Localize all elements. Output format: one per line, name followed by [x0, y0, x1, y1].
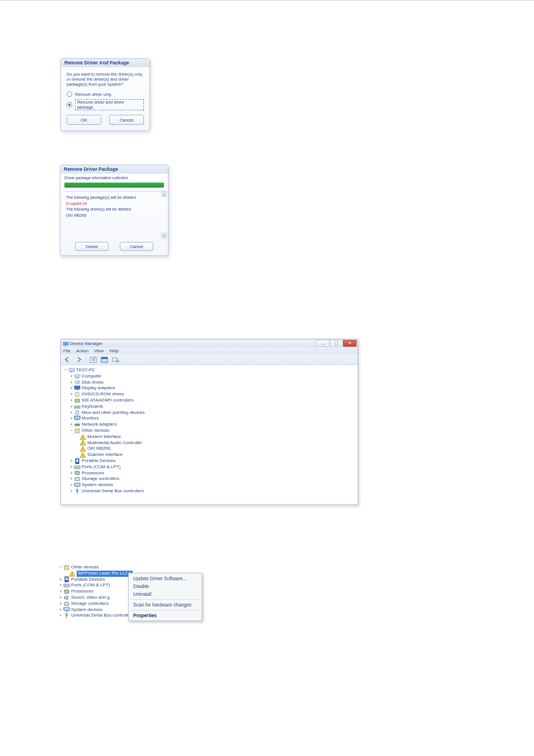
tree-node[interactable]: +Computer	[63, 374, 355, 380]
expand-icon[interactable]: +	[58, 613, 63, 619]
cancel-button[interactable]: Cancel	[120, 242, 153, 251]
dialog-title: Remove Driver Package	[60, 165, 168, 174]
expand-icon[interactable]: +	[69, 458, 74, 464]
tree-node[interactable]: +Processors	[63, 470, 355, 477]
svg-rect-39	[76, 459, 78, 462]
expand-icon[interactable]: +	[69, 404, 74, 410]
scroll-down-icon[interactable]: ▾	[161, 233, 167, 239]
tree-node[interactable]: +System devices	[63, 482, 355, 488]
radio-remove-driver-only[interactable]: Remove driver only.	[67, 91, 144, 97]
collapse-icon[interactable]: −	[69, 428, 74, 434]
delete-button[interactable]: Delete	[75, 242, 109, 251]
tree-node[interactable]: !Scanner Interface	[63, 452, 355, 458]
tree-node[interactable]: +Universal Serial Bus controllers	[63, 488, 355, 494]
tree-node[interactable]: +Storage controllers	[63, 476, 355, 482]
list-line: D:\opk64.inf	[66, 201, 162, 207]
menu-scan-hardware[interactable]: Scan for hardware changes	[129, 601, 202, 609]
tree-node[interactable]: −TEST-PC	[63, 367, 355, 374]
expand-icon[interactable]: +	[69, 385, 74, 391]
svg-rect-52	[64, 566, 69, 570]
progress-bar	[64, 183, 164, 188]
svg-text:!: !	[82, 436, 83, 440]
expand-icon[interactable]: +	[69, 374, 74, 380]
tree-node-label: System devices	[71, 607, 102, 613]
tree-node[interactable]: +IDE ATA/ATAPI controllers	[63, 398, 355, 404]
warn-icon: !	[69, 571, 75, 576]
dialog-message: Do you want to remove the driver(s) only…	[67, 72, 144, 87]
system-icon	[63, 607, 69, 613]
tree-node[interactable]: !Modem Interface	[63, 434, 355, 440]
svg-rect-11	[71, 371, 73, 372]
tree-node[interactable]: !OKI MB260	[63, 446, 355, 452]
tree-node[interactable]: +Mice and other pointing devices	[63, 410, 355, 416]
radio-remove-driver-and-package[interactable]: Remove driver and driver package.	[67, 99, 144, 110]
svg-rect-56	[65, 577, 68, 580]
menu-properties[interactable]: Properties	[129, 612, 202, 619]
tree-node[interactable]: −Other devices	[63, 428, 355, 434]
properties-button[interactable]	[100, 356, 109, 363]
menu-uninstall[interactable]: Uninstall	[129, 590, 202, 598]
port-icon	[63, 583, 69, 589]
svg-point-15	[78, 382, 79, 383]
tree-node[interactable]: +Ports (COM & LPT)	[63, 464, 355, 470]
expand-icon[interactable]: +	[69, 398, 74, 404]
expand-icon[interactable]: +	[69, 391, 74, 398]
menu-help[interactable]: Help	[109, 348, 118, 353]
svg-rect-20	[75, 399, 79, 402]
collapse-icon[interactable]: −	[58, 564, 63, 571]
menu-action[interactable]: Action	[76, 348, 88, 353]
tree-node-label: Processors	[71, 589, 93, 595]
cancel-button[interactable]: Cancel	[109, 115, 144, 125]
expand-icon[interactable]: +	[58, 601, 63, 607]
svg-rect-12	[74, 375, 80, 377]
scan-hardware-button[interactable]	[111, 356, 120, 363]
tree-node[interactable]: +Disk drives	[63, 380, 355, 386]
tree-node[interactable]: !Multimedia Audio Controller	[63, 440, 355, 446]
tree-node[interactable]: +Portable Devices	[63, 458, 355, 464]
tree-node[interactable]: +Keyboards	[63, 404, 355, 410]
tree-node[interactable]: +Display adapters	[63, 385, 355, 391]
expand-icon[interactable]: +	[69, 380, 74, 386]
expand-icon[interactable]: +	[69, 482, 74, 488]
expand-icon[interactable]: +	[69, 464, 74, 470]
forward-button[interactable]	[74, 356, 83, 363]
expand-icon[interactable]: +	[58, 589, 63, 595]
expand-icon[interactable]: +	[58, 582, 63, 589]
svg-text:!: !	[82, 441, 83, 445]
menu-view[interactable]: View	[94, 348, 104, 353]
collapse-icon[interactable]: −	[63, 367, 68, 374]
network-icon	[74, 422, 80, 428]
expand-icon[interactable]: +	[69, 416, 74, 422]
expand-icon[interactable]: +	[69, 410, 74, 416]
back-button[interactable]	[63, 356, 72, 363]
expand-icon[interactable]: +	[69, 470, 74, 477]
expand-icon[interactable]: +	[69, 476, 74, 482]
tree-node[interactable]: +Monitors	[63, 416, 355, 422]
ok-button[interactable]: OK	[67, 115, 101, 125]
expand-icon[interactable]: +	[58, 607, 63, 613]
device-tree[interactable]: −TEST-PC+Computer+Disk drives+Display ad…	[61, 365, 358, 497]
tree-node[interactable]: +Network adapters	[63, 422, 355, 428]
radio-checked-icon	[67, 102, 72, 108]
tree-node[interactable]: −Other devices	[58, 564, 221, 571]
expand-icon[interactable]: +	[69, 488, 74, 494]
tree-node[interactable]: +DVD/CD-ROM drives	[63, 391, 355, 398]
show-hidden-button[interactable]	[88, 356, 97, 363]
svg-text:!: !	[82, 454, 83, 458]
tree-node-label: Other devices	[71, 564, 99, 571]
expand-icon[interactable]: +	[58, 577, 63, 583]
menu-file[interactable]: File	[63, 348, 71, 353]
scroll-up-icon[interactable]: ▴	[161, 192, 167, 197]
expand-icon[interactable]: +	[69, 422, 74, 428]
warn-icon: !	[79, 434, 86, 440]
menu-update-driver[interactable]: Update Driver Software...	[129, 575, 202, 582]
close-button[interactable]: ✕	[343, 340, 357, 347]
svg-rect-29	[75, 429, 79, 433]
menu-separator	[131, 610, 199, 610]
expand-icon[interactable]: +	[58, 595, 63, 601]
other-icon	[74, 428, 80, 433]
svg-marker-66	[64, 596, 68, 600]
maximize-button[interactable]: ▢	[330, 340, 343, 347]
menu-disable[interactable]: Disable	[129, 582, 202, 590]
minimize-button[interactable]: —	[316, 340, 330, 347]
